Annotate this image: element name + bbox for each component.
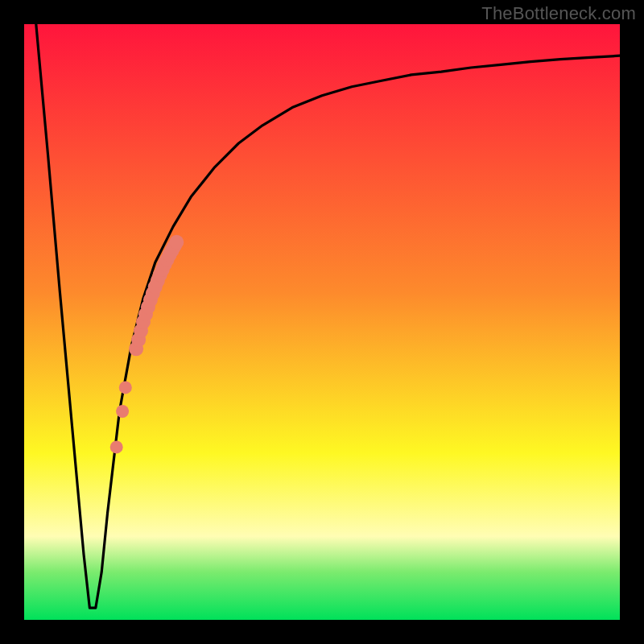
plot-area — [24, 24, 620, 620]
attribution-text: TheBottleneck.com — [481, 3, 636, 24]
chart-frame: TheBottleneck.com — [0, 0, 644, 644]
data-marker — [169, 235, 184, 250]
data-marker — [110, 440, 123, 453]
data-marker — [116, 405, 129, 418]
bottleneck-chart — [0, 0, 644, 644]
data-marker — [119, 381, 132, 394]
